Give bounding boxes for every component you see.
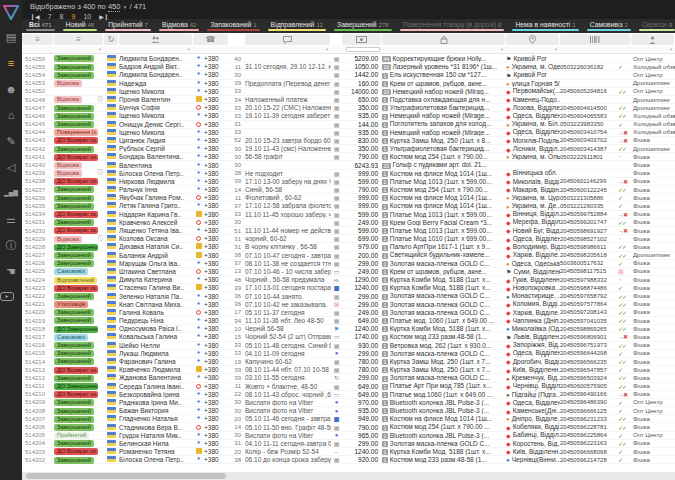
status-badge[interactable]: Відмова [54,96,82,103]
tasks-icon[interactable]: ✎ [0,128,22,154]
phone-number[interactable]: +380 [204,104,229,111]
manager-comment[interactable]: 19.10 11-39 сегодня заберет [245,112,331,119]
client-name[interactable]: Фаранович Галина [119,358,193,365]
phone-number[interactable]: +380 [204,260,229,267]
status-badge[interactable]: Завершений [54,375,94,382]
table-row[interactable]: 514216ЗавершенийШейко Нелли*+3803305.10 … [22,342,675,350]
tab-Сервіси[interactable]: Сервіси0 [635,19,675,33]
source-icon[interactable] [196,195,201,200]
payment-icon[interactable]: ▦ [334,81,340,87]
source-icon[interactable]: * [197,202,200,209]
table-row[interactable]: 514207ЗавершенийГладченко Наталья*+38020… [22,415,675,423]
client-name[interactable]: Штакина Светлана [119,268,193,275]
tracking-number[interactable]: 20450596228781 [560,424,618,430]
delivery-cell[interactable]: ◆Кобеляки, Відді... [506,423,560,431]
table-row[interactable]: 514205ПрийнятийГрудок Наталія Мик..*+380… [22,432,675,440]
phone-number[interactable]: +380 [204,235,229,242]
list-icon[interactable]: ≡ [22,34,53,45]
phone-number[interactable]: +380 [204,194,229,201]
delivery-cell[interactable]: ●Підгайці (Підга... [506,391,560,398]
source-icon[interactable] [196,284,202,290]
phone-number[interactable]: +380 [204,424,229,431]
filter-funnel-icon[interactable]: ▼ [187,47,191,52]
product-cell[interactable]: 1Ель искуственная 150 см *127... [382,71,506,78]
status-badge[interactable]: Завершений [54,252,94,259]
payment-icon[interactable]: ▦ [334,56,340,62]
status-badge[interactable]: ДО Возврат ск.. [54,391,98,398]
table-row[interactable]: 514230ДО Возврат ск..Лященко Тетяна Іва.… [22,227,675,235]
product-cell[interactable]: 1Bluetooth колонка JBL Pulse-3 (... [382,407,506,414]
tracking-number[interactable]: 20450598691927 [560,228,618,234]
manager-comment[interactable]: 05.10 11-37 сегодня [245,309,331,316]
payment-icon[interactable]: ▦ [334,89,340,95]
status-badge[interactable]: Відмова [54,170,82,177]
product-cell[interactable]: 1Светящийся будильник-хамеле... [382,251,506,258]
client-name[interactable]: Дихавка Наталія Си.. [119,243,193,250]
payment-icon[interactable]: ▦ [334,138,340,144]
manager-comment[interactable]: 17.10 13-01 сегодня постарае... [245,284,331,291]
pin-icon[interactable] [506,34,559,45]
product-cell[interactable]: 1Золотая маска-пленка GOLD C... [382,350,506,357]
filter-funnel-icon[interactable]: ▼ [500,47,504,52]
status-badge[interactable]: Завершений [54,317,94,324]
manager-comment[interactable]: Чорний 52-54 (2 шт) Отправит... [245,333,331,340]
table-row[interactable]: 514239ВідмоваⓘБілоска Олена Петр..*+3803… [22,170,675,178]
payment-icon[interactable]: ● [335,408,339,414]
phone-number[interactable]: +380 [204,268,229,275]
tracking-number[interactable]: 20450598986611 [560,244,618,250]
phone-number[interactable]: +380 [204,366,229,373]
delivery-cell[interactable]: ◆Одеса, Відділен... [506,235,560,243]
source-icon[interactable]: * [197,325,200,332]
tracking-number[interactable]: 20450598205618 [560,252,618,258]
payment-icon[interactable]: ▦ [334,236,340,242]
delivery-cell[interactable]: ◆Лозова, Відділе... [506,104,560,112]
settings-sliders-icon[interactable]: ⚌ [0,206,22,232]
manager-comment[interactable]: Колір - беж Розмір 52-54 [245,448,331,455]
status-badge[interactable]: Завершений [54,260,94,267]
delivery-cell[interactable]: ●Миколаївка (Од... [506,325,560,332]
manager-comment[interactable]: 07.10 10-46 - 10 числа заберет [245,268,331,275]
source-icon[interactable]: * [197,63,200,70]
product-cell[interactable]: 1Платье Мод 1013 (1шт. х 599.00... [382,227,506,234]
manager-comment[interactable]: Предоплата (Перевод денег в... [245,80,331,87]
source-icon[interactable]: * [197,342,200,349]
delivery-cell[interactable]: ◆Одеса, Відділен... [506,112,560,120]
phone-number[interactable]: +380 [204,432,229,439]
delivery-cell[interactable]: ⚑Львів, Відділен... [506,333,560,341]
manager-comment[interactable]: 31.10 сегодня. 29.10 12-12. нб... [245,63,331,70]
delivery-cell[interactable]: ◆Миколаїв, Відді... [506,178,560,186]
product-cell[interactable]: 1Поглотитель запахов для холод... [382,120,506,127]
status-badge[interactable]: Завершений [54,219,94,226]
tracking-number[interactable]: 20450597041035 [560,318,618,324]
client-name[interactable]: Кравченко Людмила [119,366,193,373]
tracking-number[interactable]: 20450596503924 [560,375,618,381]
product-cell[interactable]: 1Платье Мод 1013 (1шт. х 599.00... [382,178,506,185]
manager-comment[interactable]: 56-58 графіт [245,153,331,160]
delivery-cell[interactable]: ◆Каменец-Подо... [506,96,560,104]
tab-Новий[interactable]: Новий48 [59,19,102,33]
source-icon[interactable]: * [197,55,200,62]
product-cell[interactable]: 1Крем от шрамов, рубцов, акне... [382,268,506,275]
client-name[interactable]: Галина Коваль [119,309,193,316]
delivery-cell[interactable]: ●Украина, м. Оль... [506,153,560,160]
source-icon[interactable] [196,425,201,430]
source-icon[interactable]: * [197,276,200,283]
client-name[interactable]: Козлова Оксана [119,235,193,242]
status-badge[interactable]: ДО Возврат ск.. [54,448,98,455]
product-cell[interactable]: 1Костюм мод 233 разм.48-58 (1... [382,333,506,340]
payment-icon[interactable]: ▦ [334,122,340,128]
filter-funnel-icon[interactable]: ▼ [669,47,673,52]
manager-comment[interactable]: 20.10 15-23 завтра бордо 60-62 [245,137,331,144]
phone-number[interactable]: +380 [204,309,229,316]
tracking-number[interactable]: 20450596490166 [560,391,618,397]
client-name[interactable]: Лукаш Людмила [119,350,193,357]
payment-icon[interactable]: ▦ [334,171,340,177]
product-cell[interactable]: 1Костюм мод 254 (1шт. х 790.00... [382,186,506,193]
payment-icon[interactable]: ▦ [334,244,340,250]
source-icon[interactable]: * [197,293,200,300]
client-name[interactable]: Гладченко Наталья [119,415,193,422]
stats-icon[interactable]: ▂▅▇ [0,180,22,206]
tracking-number[interactable]: 20450604614500 [560,105,618,111]
payment-icon[interactable]: ↻ [334,375,339,381]
payment-icon[interactable]: ☒ [334,302,339,308]
